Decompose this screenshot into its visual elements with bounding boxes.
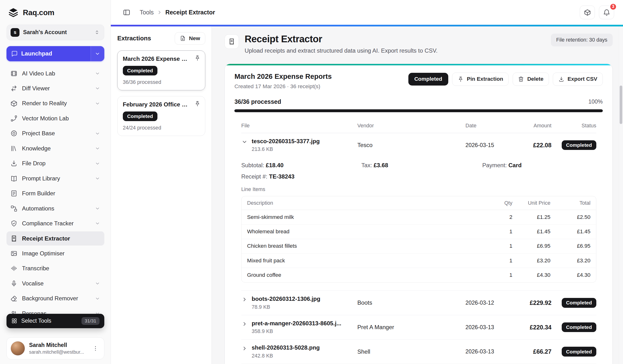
select-tools-button[interactable]: Select Tools 31/31 bbox=[6, 314, 104, 328]
chevron-right-icon[interactable] bbox=[241, 345, 248, 352]
sidebar-item-automations[interactable]: Automations bbox=[6, 202, 104, 215]
amount-cell: £229.92 bbox=[522, 299, 552, 306]
sidebar-item-label: Vector Motion Lab bbox=[22, 115, 100, 122]
column-header-date: Date bbox=[466, 123, 522, 129]
sidebar-toggle-button[interactable] bbox=[120, 5, 134, 19]
sidebar-item-label: Vocalise bbox=[22, 280, 90, 287]
line-item-qty: 1 bbox=[489, 229, 512, 235]
bell-icon bbox=[603, 9, 610, 16]
line-item-unit-price: £1.25 bbox=[512, 214, 550, 220]
sidebar-item-image-optimiser[interactable]: Image Optimiser bbox=[6, 247, 104, 260]
sidebar-item-ai-video-lab[interactable]: AI Video Lab bbox=[6, 66, 104, 80]
sidebar-item-vocalise[interactable]: Vocalise bbox=[6, 277, 104, 290]
book-open-icon bbox=[10, 175, 18, 182]
line-item-qty: 2 bbox=[489, 214, 512, 220]
receipt-number-kv: Receipt #: TE-38243 bbox=[241, 173, 361, 180]
sidebar-item-compliance-tracker[interactable]: Compliance Tracker bbox=[6, 216, 104, 230]
brand: Raq.com bbox=[6, 5, 104, 18]
chevron-down-icon bbox=[95, 101, 100, 106]
pin-extraction-label: Pin Extraction bbox=[467, 76, 503, 82]
notifications-button[interactable]: 3 bbox=[599, 5, 614, 19]
sidebar-item-project-base[interactable]: Project Base bbox=[6, 126, 104, 140]
table-row[interactable]: tesco-20260315-3377.jpg213.6 KBTesco2026… bbox=[241, 133, 596, 157]
line-items-table: DescriptionQtyUnit PriceTotalSemi-skimme… bbox=[241, 196, 596, 282]
subtotal-kv: Subtotal: £18.40 bbox=[241, 162, 361, 169]
sidebar-item-receipt-extractor[interactable]: Receipt Extractor bbox=[6, 231, 104, 245]
export-csv-label: Export CSV bbox=[567, 76, 597, 82]
brand-name: Raq.com bbox=[23, 8, 54, 17]
scrollbar-thumb[interactable] bbox=[620, 86, 623, 124]
pin-icon[interactable] bbox=[195, 55, 200, 61]
extraction-card-meta: 36/36 processed bbox=[123, 79, 200, 85]
account-switcher[interactable]: s Sarah's Account bbox=[6, 24, 104, 41]
content-area: Receipt Extractor Upload receipts and ex… bbox=[212, 26, 623, 364]
sidebar-item-label: File Drop bbox=[22, 160, 90, 167]
table-body: tesco-20260315-3377.jpg213.6 KBTesco2026… bbox=[241, 133, 596, 364]
sidebar-item-form-builder[interactable]: Form Builder bbox=[6, 186, 104, 200]
payment-kv: Payment: Card bbox=[482, 162, 596, 169]
form-icon bbox=[10, 190, 18, 197]
extraction-meta: Created 17 Mar 2026 · 36 receipt(s) bbox=[234, 83, 332, 90]
file-size: 242.8 KB bbox=[252, 353, 320, 359]
new-button-label: New bbox=[189, 35, 200, 42]
column-header-amount: Amount bbox=[522, 123, 552, 129]
sidebar-item-label: AI Video Lab bbox=[22, 70, 90, 77]
chevron-right-icon[interactable] bbox=[241, 296, 248, 303]
table-row[interactable]: pret-a-manger-20260313-8605.j...358.9 KB… bbox=[241, 315, 596, 340]
launchpad-expand-button[interactable] bbox=[91, 46, 104, 61]
file-size: 358.9 KB bbox=[252, 328, 341, 334]
chevron-down-icon bbox=[95, 281, 100, 286]
extractions-title: Extractions bbox=[117, 35, 151, 42]
launchpad-button[interactable]: Launchpad bbox=[6, 46, 104, 61]
extraction-title: March 2026 Expense Reports bbox=[234, 73, 332, 81]
chevron-down-icon bbox=[95, 86, 100, 91]
sidebar-item-knowledge[interactable]: Knowledge bbox=[6, 142, 104, 155]
sidebar-item-diff-viewer[interactable]: Diff Viewer bbox=[6, 82, 104, 95]
sidebar-item-prompt-library[interactable]: Prompt Library bbox=[6, 171, 104, 186]
sidebar-item-label: Receipt Extractor bbox=[22, 235, 100, 242]
table-row[interactable]: shell-20260313-5028.png242.8 KBShell2026… bbox=[241, 340, 596, 364]
pin-icon[interactable] bbox=[195, 101, 200, 107]
line-item-row: Mixed fruit pack1£3.20£3.20 bbox=[242, 254, 596, 268]
sidebar-item-background-remover[interactable]: Background Remover bbox=[6, 291, 104, 305]
user-menu-button[interactable] bbox=[91, 344, 100, 353]
line-item-header-unit-price: Unit Price bbox=[512, 200, 550, 206]
progress-label: 36/36 processed bbox=[234, 98, 281, 105]
chevron-right-icon[interactable] bbox=[241, 321, 248, 327]
line-item-description: Semi-skimmed milk bbox=[247, 214, 489, 220]
sidebar-item-transcribe[interactable]: Transcribe bbox=[6, 261, 104, 275]
table-row[interactable]: boots-20260312-1306.jpg78.9 KBBoots2026-… bbox=[241, 291, 596, 315]
breadcrumb-current: Receipt Extractor bbox=[165, 9, 215, 16]
extraction-card[interactable]: February 2026 Office Ex...Completed24/24… bbox=[117, 96, 205, 136]
target-icon bbox=[10, 130, 18, 137]
line-item-header-total: Total bbox=[550, 200, 591, 206]
sidebar-item-render-to-reality[interactable]: Render to Reality bbox=[6, 96, 104, 110]
package-button[interactable] bbox=[580, 5, 595, 19]
sidebar-item-vector-motion-lab[interactable]: Vector Motion Lab bbox=[6, 111, 104, 126]
extraction-card[interactable]: March 2026 Expense Re...Completed36/36 p… bbox=[117, 50, 205, 91]
sidebar-nav: AI Video LabDiff ViewerRender to Reality… bbox=[6, 66, 104, 321]
line-item-total: £1.45 bbox=[550, 229, 591, 235]
column-header-status: Status bbox=[551, 123, 596, 129]
status-badge: Completed bbox=[562, 140, 596, 150]
receipt-icon bbox=[228, 38, 235, 45]
main-area: Tools Receipt Extractor 3 Extractions Ne… bbox=[111, 0, 623, 364]
extractions-panel: Extractions New March 2026 Expense Re...… bbox=[111, 26, 212, 364]
export-csv-button[interactable]: Export CSV bbox=[553, 73, 602, 86]
launchpad-main[interactable]: Launchpad bbox=[6, 46, 91, 61]
chevron-down-icon[interactable] bbox=[241, 139, 248, 145]
user-meta: Sarah Mitchell sarah.mitchell@westbur... bbox=[29, 342, 87, 355]
breadcrumb-tools[interactable]: Tools bbox=[140, 9, 154, 16]
line-item-unit-price: £3.20 bbox=[512, 257, 550, 264]
file-name: pret-a-manger-20260313-8605.j... bbox=[252, 320, 341, 327]
pin-extraction-button[interactable]: Pin Extraction bbox=[452, 73, 509, 86]
extraction-card-list: March 2026 Expense Re...Completed36/36 p… bbox=[117, 50, 205, 136]
status-badge: Completed bbox=[562, 322, 596, 332]
sidebar-item-file-drop[interactable]: File Drop bbox=[6, 156, 104, 170]
delete-button[interactable]: Delete bbox=[513, 73, 549, 86]
line-item-row: Semi-skimmed milk2£1.25£2.50 bbox=[242, 210, 596, 224]
user-card[interactable]: Sarah Mitchell sarah.mitchell@westbur... bbox=[6, 337, 104, 360]
new-extraction-button[interactable]: New bbox=[175, 32, 205, 44]
amount-cell: £220.34 bbox=[522, 324, 552, 331]
sidebar-item-label: Automations bbox=[22, 205, 90, 212]
